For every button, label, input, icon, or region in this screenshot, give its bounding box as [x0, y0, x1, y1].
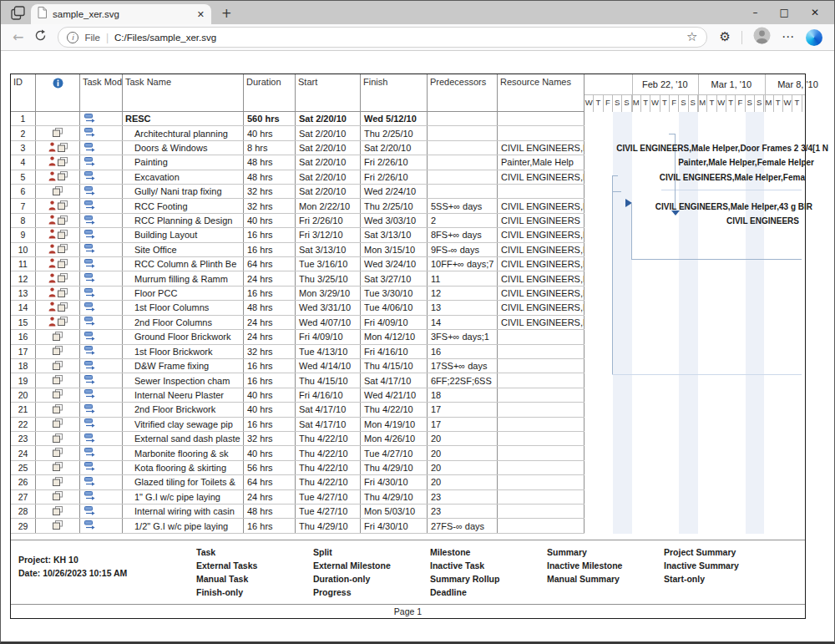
refresh-icon[interactable]	[34, 29, 47, 45]
new-tab-button[interactable]: +	[221, 8, 232, 20]
week-label: Feb 22, '10	[642, 79, 688, 89]
cell-duration: 32 hrs	[244, 199, 296, 212]
tab-close-icon[interactable]: ✕	[197, 9, 205, 20]
gantt-chart: Feb 22, '10Mar 1, '10Mar 8, '10WTFSSMTWT…	[584, 74, 805, 534]
cell-duration: 16 hrs	[244, 228, 296, 241]
cell-resource-names: CIVIL ENGINEERS,M	[498, 301, 584, 314]
cell-indicators	[36, 126, 80, 139]
cell-task-mode	[80, 155, 123, 169]
constraint-indicator-icon	[58, 317, 68, 327]
cell-duration: 16 hrs	[244, 418, 296, 431]
table-row: 24Marbonite flooring & sk40 hrsThu 4/22/…	[11, 446, 584, 460]
week-label: Mar 1, '10	[711, 79, 752, 89]
cell-resource-names: CIVIL ENGINEERS,M	[498, 170, 584, 184]
day-letter: S	[613, 94, 622, 112]
profile-avatar[interactable]	[753, 27, 771, 48]
cell-resource-names: CIVIL ENGINEERS,M	[498, 199, 584, 212]
address-url[interactable]: C:/Files/sample_xer.svg	[114, 33, 681, 43]
cell-indicators	[36, 490, 80, 504]
legend-item: Duration-only	[313, 574, 370, 584]
address-bar[interactable]: i File | C:/Files/sample_xer.svg ☆	[58, 27, 706, 48]
cell-task-name: Ground Floor Brickwork	[123, 330, 244, 343]
cell-finish: Wed 5/12/10	[361, 112, 428, 125]
cell-resource-names	[498, 519, 584, 532]
browser-tab[interactable]: sample_xer.svg ✕	[31, 4, 211, 24]
cell-task-name: Vitrified clay sewage pip	[123, 418, 244, 431]
table-row: 152nd Floor Columns24 hrsWed 4/07/10Fri …	[11, 316, 584, 330]
task-mode-icon	[84, 114, 96, 124]
cell-task-mode	[80, 257, 123, 271]
cell-task-mode	[80, 316, 123, 329]
constraint-indicator-icon	[53, 346, 63, 357]
cell-finish: Wed 2/24/10	[361, 185, 428, 198]
cell-predecessors: 20	[428, 446, 498, 459]
cell-resource-names	[498, 403, 584, 416]
column-header-indicators	[36, 74, 80, 111]
page-info-icon[interactable]: i	[67, 32, 78, 43]
constraint-indicator-icon	[53, 448, 63, 459]
settings-menu-icon[interactable]: ⋯	[782, 31, 795, 43]
legend-item: Project Summary	[664, 547, 736, 557]
cell-finish: Tue 3/30/10	[361, 287, 428, 300]
favorites-star-icon[interactable]: ☆	[686, 31, 697, 43]
cell-finish: Tue 4/27/10	[361, 446, 428, 459]
cell-task-name: Gully/ Nani trap fixing	[123, 185, 244, 198]
legend-item: External Tasks	[196, 560, 257, 570]
maximize-icon[interactable]: □	[780, 7, 789, 18]
cell-task-name: External sand dash plaste	[123, 432, 244, 445]
table-row: 20Internal Neeru Plaster40 hrsFri 4/16/1…	[11, 388, 584, 403]
day-letter: F	[736, 94, 745, 112]
cell-finish: Mon 4/12/10	[361, 330, 428, 343]
cell-resource-names: CIVIL ENGINEERS	[498, 214, 584, 227]
overallocated-person-icon	[48, 156, 56, 168]
cell-start: Sat 2/20/10	[296, 126, 361, 139]
legend-item: Task	[196, 547, 215, 557]
browser-essentials-icon[interactable]: ⚙	[720, 31, 731, 43]
cell-finish: Thu 4/29/10	[361, 490, 428, 504]
cell-predecessors: 10FF+∞ days;7	[428, 257, 498, 271]
cell-resource-names	[498, 359, 584, 373]
tab-favicon-icon	[38, 7, 47, 22]
cell-duration: 40 hrs	[244, 446, 296, 459]
cell-indicators	[36, 301, 80, 314]
cell-id: 17	[11, 345, 36, 358]
constraint-indicator-icon	[58, 273, 68, 284]
cell-indicators	[36, 418, 80, 431]
workspaces-icon[interactable]	[9, 4, 26, 21]
minimize-icon[interactable]: –	[753, 7, 758, 18]
cell-finish: Sat 3/13/10	[361, 228, 428, 241]
cell-indicators	[36, 228, 80, 241]
table-row: 22Vitrified clay sewage pip16 hrsSat 4/1…	[11, 418, 584, 432]
cell-resource-names	[498, 330, 584, 343]
cell-resource-names	[498, 432, 584, 445]
back-icon[interactable]: ←	[13, 31, 23, 44]
cell-duration: 16 hrs	[244, 519, 296, 532]
cell-start: Sat 2/20/10	[296, 141, 361, 155]
cell-start: Sat 2/20/10	[296, 185, 361, 198]
day-letter: T	[594, 94, 603, 112]
task-mode-icon	[84, 230, 96, 241]
cell-predecessors: 9FS-∞ days	[428, 243, 498, 256]
table-row: 2Architechtural planning40 hrsSat 2/20/1…	[11, 126, 584, 140]
cell-duration: 40 hrs	[244, 126, 296, 139]
task-mode-icon	[84, 288, 96, 299]
day-letter: M	[764, 94, 773, 112]
legend-item: Finish-only	[196, 587, 243, 597]
cell-task-mode	[80, 228, 123, 241]
constraint-indicator-icon	[53, 332, 63, 342]
copilot-icon[interactable]	[806, 29, 822, 46]
cell-task-name: Sewer Inspection cham	[123, 373, 244, 387]
cell-finish: Fri 2/26/10	[361, 155, 428, 169]
cell-id: 27	[11, 490, 36, 504]
overallocated-person-icon	[48, 215, 56, 226]
constraint-indicator-icon	[58, 143, 68, 154]
constraint-indicator-icon	[53, 128, 63, 139]
constraint-indicator-icon	[58, 216, 68, 226]
cell-predecessors: 23	[428, 490, 498, 504]
cell-indicators	[36, 271, 80, 285]
cell-finish: Sat 4/17/10	[361, 373, 428, 387]
task-mode-icon	[84, 332, 96, 342]
cell-duration: 32 hrs	[244, 345, 296, 358]
cell-start: Sat 4/17/10	[296, 403, 361, 416]
window-close-icon[interactable]: ✕	[811, 7, 819, 18]
